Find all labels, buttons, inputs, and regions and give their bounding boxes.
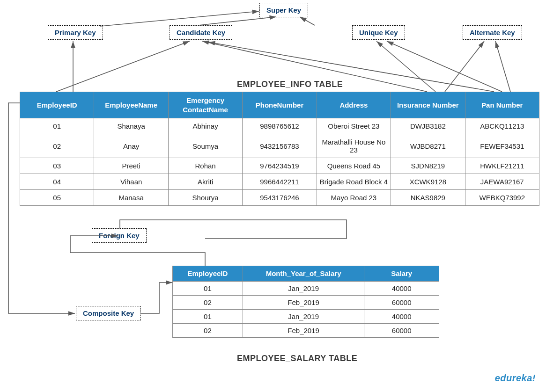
cell: 9432156783 <box>243 134 317 158</box>
keybox-unique: Unique Key <box>352 25 405 40</box>
cell: Brigade Road Block 4 <box>317 174 391 190</box>
keybox-alternate: Alternate Key <box>463 25 522 40</box>
cell: 9966442211 <box>243 174 317 190</box>
arrow-pan-to-alternate <box>495 41 510 92</box>
cell: ABCKQ11213 <box>465 118 539 134</box>
cell: 40000 <box>364 281 439 295</box>
cell: 60000 <box>364 323 439 337</box>
cell: 01 <box>173 281 243 295</box>
arrow-composite-to-t2 <box>140 283 172 313</box>
cell: FEWEF34531 <box>465 134 539 158</box>
arrow-candidate-to-super <box>199 17 276 25</box>
cell: 9543176246 <box>243 190 317 206</box>
cell: 02 <box>20 134 94 158</box>
cell: Rohan <box>168 158 242 174</box>
cell: Mayo Road 23 <box>317 190 391 206</box>
cell: 02 <box>173 323 243 337</box>
keybox-composite: Composite Key <box>76 306 141 320</box>
cell: Soumya <box>168 134 242 158</box>
cell: WJBD8271 <box>391 134 465 158</box>
table-row: 03 Preeti Rohan 9764234519 Queens Road 4… <box>20 158 539 174</box>
cell: HWKLF21211 <box>465 158 539 174</box>
cell: 05 <box>20 190 94 206</box>
cell: Abhinay <box>168 118 242 134</box>
cell: Feb_2019 <box>243 295 364 309</box>
brand-text: edureka! <box>495 373 536 384</box>
cell: 40000 <box>364 309 439 323</box>
cell: Feb_2019 <box>243 323 364 337</box>
cell: 9764234519 <box>243 158 317 174</box>
t1-h2: Emergency ContactName <box>168 92 242 118</box>
cell: Vihaan <box>94 174 168 190</box>
cell: DWJB3182 <box>391 118 465 134</box>
table-row: 02 Feb_2019 60000 <box>173 295 439 309</box>
arrow-pan-to-unique <box>387 41 502 92</box>
cell: NKAS9829 <box>391 190 465 206</box>
cell: Shourya <box>168 190 242 206</box>
cell: Anay <box>94 134 168 158</box>
arrow-empid-to-candidate <box>56 41 190 92</box>
table-row: 02 Feb_2019 60000 <box>173 323 439 337</box>
connector-foreign-bridge <box>120 220 347 239</box>
keybox-candidate: Candidate Key <box>170 25 232 40</box>
table1-title: EMPLOYEE_INFO TABLE <box>237 80 343 89</box>
cell: 9898765612 <box>243 118 317 134</box>
cell: Oberoi Street 23 <box>317 118 391 134</box>
t1-h6: Pan Number <box>465 92 539 118</box>
table-row: 04 Vihaan Akriti 9966442211 Brigade Road… <box>20 174 539 190</box>
employee-salary-table: EmployeeID Month_Year_of_Salary Salary 0… <box>172 266 439 338</box>
cell: WEBKQ73992 <box>465 190 539 206</box>
t1-h0: EmployeeID <box>20 92 94 118</box>
arrow-insnum-to-unique <box>376 41 435 92</box>
cell: 03 <box>20 158 94 174</box>
cell: XCWK9128 <box>391 174 465 190</box>
cell: Queens Road 45 <box>317 158 391 174</box>
cell: 04 <box>20 174 94 190</box>
cell: 01 <box>20 118 94 134</box>
table-row: 01 Jan_2019 40000 <box>173 281 439 295</box>
arrow-insnum-to-alternate <box>445 41 484 92</box>
table2-title: EMPLOYEE_SALARY TABLE <box>237 354 357 363</box>
table-row: 02 Anay Soumya 9432156783 Marathalli Hou… <box>20 134 539 158</box>
cell: Jan_2019 <box>243 281 364 295</box>
cell: 01 <box>173 309 243 323</box>
t1-h3: PhoneNumber <box>243 92 317 118</box>
table-row: 01 Jan_2019 40000 <box>173 309 439 323</box>
table-row: 01 Shanaya Abhinay 9898765612 Oberoi Str… <box>20 118 539 134</box>
cell: Preeti <box>94 158 168 174</box>
keybox-foreign: Foreign Key <box>92 228 147 243</box>
table-row: 05 Manasa Shourya 9543176246 Mayo Road 2… <box>20 190 539 206</box>
t1-h4: Address <box>317 92 391 118</box>
t2-h0: EmployeeID <box>173 266 243 282</box>
cell: 60000 <box>364 295 439 309</box>
t1-h1: EmployeeName <box>94 92 168 118</box>
arrow-primary-to-super <box>100 11 259 26</box>
cell: Shanaya <box>94 118 168 134</box>
cell: Jan_2019 <box>243 309 364 323</box>
cell: Marathalli House No 23 <box>317 134 391 158</box>
cell: JAEWA92167 <box>465 174 539 190</box>
cell: SJDN8219 <box>391 158 465 174</box>
cell: Manasa <box>94 190 168 206</box>
t2-h1: Month_Year_of_Salary <box>243 266 364 282</box>
employee-info-table: EmployeeID EmployeeName Emergency Contac… <box>20 92 539 206</box>
t1-h5: Insurance Number <box>391 92 465 118</box>
cell: Akriti <box>168 174 242 190</box>
t2-h2: Salary <box>364 266 439 282</box>
keybox-primary: Primary Key <box>48 25 103 40</box>
keybox-super: Super Key <box>259 3 308 17</box>
cell: 02 <box>173 295 243 309</box>
arrow-unique-to-super <box>300 17 315 25</box>
